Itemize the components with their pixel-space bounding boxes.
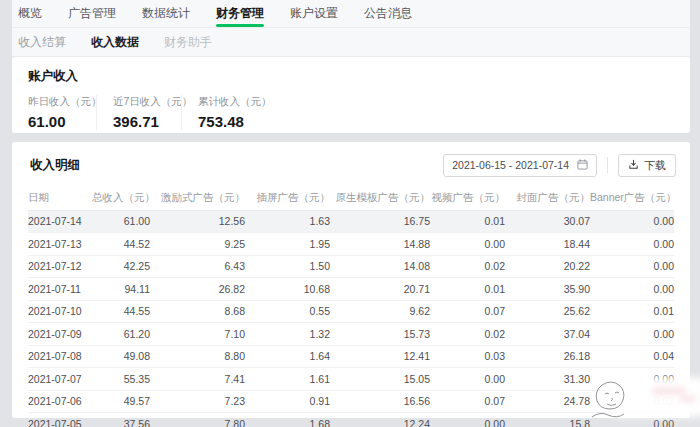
account-income-card: 账户收入 昨日收入（元）61.00近7日收入（元）396.71累计收入（元）75… bbox=[12, 57, 690, 133]
nav-item-4[interactable]: 财务管理 bbox=[216, 0, 264, 27]
income-stat: 累计收入（元）753.48 bbox=[181, 95, 288, 130]
stat-value: 61.00 bbox=[28, 113, 80, 130]
value-cell: 61.00 bbox=[92, 210, 150, 233]
value-cell: 94.11 bbox=[92, 278, 150, 301]
value-cell: 16.56 bbox=[330, 390, 430, 413]
account-income-stats: 昨日收入（元）61.00近7日收入（元）396.71累计收入（元）753.48 bbox=[12, 95, 690, 130]
table-row[interactable]: 2021-07-1044.558.680.559.620.0725.620.01 bbox=[28, 300, 674, 323]
value-cell: 15.8 bbox=[505, 413, 590, 427]
value-cell: 0.01 bbox=[430, 210, 505, 233]
stat-value: 396.71 bbox=[113, 113, 165, 130]
value-cell: 49.57 bbox=[92, 390, 150, 413]
column-header: 插屏广告（元） bbox=[245, 186, 330, 210]
value-cell: 44.52 bbox=[92, 233, 150, 256]
download-icon bbox=[628, 159, 639, 172]
date-range-picker[interactable]: 2021-06-15 - 2021-07-14 bbox=[443, 154, 597, 177]
date-cell: 2021-07-09 bbox=[28, 323, 92, 346]
value-cell: 0.02 bbox=[430, 255, 505, 278]
value-cell: 0.55 bbox=[245, 300, 330, 323]
value-cell: 1.68 bbox=[245, 413, 330, 427]
stat-value: 753.48 bbox=[198, 113, 272, 130]
value-cell: 0.00 bbox=[590, 368, 674, 391]
value-cell: 20.22 bbox=[505, 255, 590, 278]
value-cell: 49.08 bbox=[92, 345, 150, 368]
date-cell: 2021-07-07 bbox=[28, 368, 92, 391]
toolbar-divider bbox=[607, 157, 608, 173]
table-row[interactable]: 2021-07-1242.256.431.5014.080.0220.220.0… bbox=[28, 255, 674, 278]
page-frame: 概览广告管理数据统计财务管理账户设置公告消息 收入结算收入数据财务助手 账户收入… bbox=[12, 0, 690, 427]
value-cell: 26.82 bbox=[150, 278, 245, 301]
column-header: 封面广告（元） bbox=[505, 186, 590, 210]
value-cell: 0.04 bbox=[590, 345, 674, 368]
value-cell: 1.32 bbox=[245, 323, 330, 346]
date-range-value: 2021-06-15 - 2021-07-14 bbox=[452, 159, 569, 171]
stat-label: 累计收入（元） bbox=[198, 95, 272, 109]
income-table-body: 2021-07-1461.0012.561.6316.750.0130.070.… bbox=[28, 210, 674, 427]
value-cell: 26.18 bbox=[505, 345, 590, 368]
value-cell: 24.78 bbox=[505, 390, 590, 413]
column-header: 日期 bbox=[28, 186, 92, 210]
table-row[interactable]: 2021-07-0849.088.801.6412.410.0326.180.0… bbox=[28, 345, 674, 368]
value-cell: 30.07 bbox=[505, 210, 590, 233]
date-cell: 2021-07-06 bbox=[28, 390, 92, 413]
table-row[interactable]: 2021-07-1344.529.251.9514.880.0018.440.0… bbox=[28, 233, 674, 256]
table-row[interactable]: 2021-07-1194.1126.8210.6820.710.0135.900… bbox=[28, 278, 674, 301]
value-cell: 15.05 bbox=[330, 368, 430, 391]
value-cell: 0.01 bbox=[590, 300, 674, 323]
value-cell: 9.62 bbox=[330, 300, 430, 323]
date-cell: 2021-07-14 bbox=[28, 210, 92, 233]
nav-item-2[interactable]: 广告管理 bbox=[68, 0, 116, 27]
top-navigation: 概览广告管理数据统计财务管理账户设置公告消息 bbox=[12, 0, 690, 28]
value-cell: 35.90 bbox=[505, 278, 590, 301]
nav-item-1[interactable]: 概览 bbox=[18, 0, 42, 27]
value-cell: 20.71 bbox=[330, 278, 430, 301]
value-cell: 12.24 bbox=[330, 413, 430, 427]
value-cell: 0.91 bbox=[245, 390, 330, 413]
value-cell: 0.03 bbox=[430, 345, 505, 368]
column-header: 视频广告（元） bbox=[430, 186, 505, 210]
nav-item-5[interactable]: 账户设置 bbox=[290, 0, 338, 27]
value-cell: 0.07 bbox=[430, 390, 505, 413]
subnav-item-2[interactable]: 收入数据 bbox=[91, 34, 139, 51]
value-cell: 8.80 bbox=[150, 345, 245, 368]
value-cell: 0.07 bbox=[430, 300, 505, 323]
calendar-icon bbox=[577, 159, 588, 172]
value-cell: 18.44 bbox=[505, 233, 590, 256]
value-cell: 0.00 bbox=[430, 368, 505, 391]
table-row[interactable]: 2021-07-0649.577.230.9116.560.0724.780.0… bbox=[28, 390, 674, 413]
nav-item-6[interactable]: 公告消息 bbox=[364, 0, 412, 27]
subnav-item-1[interactable]: 收入结算 bbox=[18, 34, 66, 51]
download-button[interactable]: 下载 bbox=[618, 154, 676, 177]
value-cell: 12.41 bbox=[330, 345, 430, 368]
value-cell: 1.95 bbox=[245, 233, 330, 256]
value-cell: 7.23 bbox=[150, 390, 245, 413]
date-cell: 2021-07-12 bbox=[28, 255, 92, 278]
value-cell: 0.00 bbox=[590, 278, 674, 301]
value-cell: 0.00 bbox=[590, 233, 674, 256]
value-cell: 42.25 bbox=[92, 255, 150, 278]
value-cell: 0.00 bbox=[590, 210, 674, 233]
table-row[interactable]: 2021-07-1461.0012.561.6316.750.0130.070.… bbox=[28, 210, 674, 233]
value-cell: 44.55 bbox=[92, 300, 150, 323]
table-row[interactable]: 2021-07-0755.357.411.6115.050.0031.300.0… bbox=[28, 368, 674, 391]
table-row[interactable]: 2021-07-0537.567.801.6812.240.0015.80.00 bbox=[28, 413, 674, 427]
value-cell: 7.80 bbox=[150, 413, 245, 427]
value-cell: 0.02 bbox=[590, 390, 674, 413]
column-header: Banner广告（元） bbox=[590, 186, 674, 210]
sub-navigation: 收入结算收入数据财务助手 bbox=[12, 28, 690, 57]
value-cell: 0.00 bbox=[590, 255, 674, 278]
value-cell: 25.62 bbox=[505, 300, 590, 323]
value-cell: 1.64 bbox=[245, 345, 330, 368]
subnav-item-3[interactable]: 财务助手 bbox=[164, 34, 212, 51]
income-table: 日期总收入（元）激励式广告（元）插屏广告（元）原生模板广告（元）视频广告（元）封… bbox=[28, 186, 674, 427]
value-cell: 61.20 bbox=[92, 323, 150, 346]
nav-item-3[interactable]: 数据统计 bbox=[142, 0, 190, 27]
value-cell: 1.63 bbox=[245, 210, 330, 233]
date-cell: 2021-07-10 bbox=[28, 300, 92, 323]
table-row[interactable]: 2021-07-0961.207.101.3215.730.0237.040.0… bbox=[28, 323, 674, 346]
value-cell: 0.00 bbox=[430, 233, 505, 256]
value-cell: 14.88 bbox=[330, 233, 430, 256]
value-cell: 0.00 bbox=[590, 413, 674, 427]
account-income-title: 账户收入 bbox=[12, 68, 690, 85]
value-cell: 7.41 bbox=[150, 368, 245, 391]
